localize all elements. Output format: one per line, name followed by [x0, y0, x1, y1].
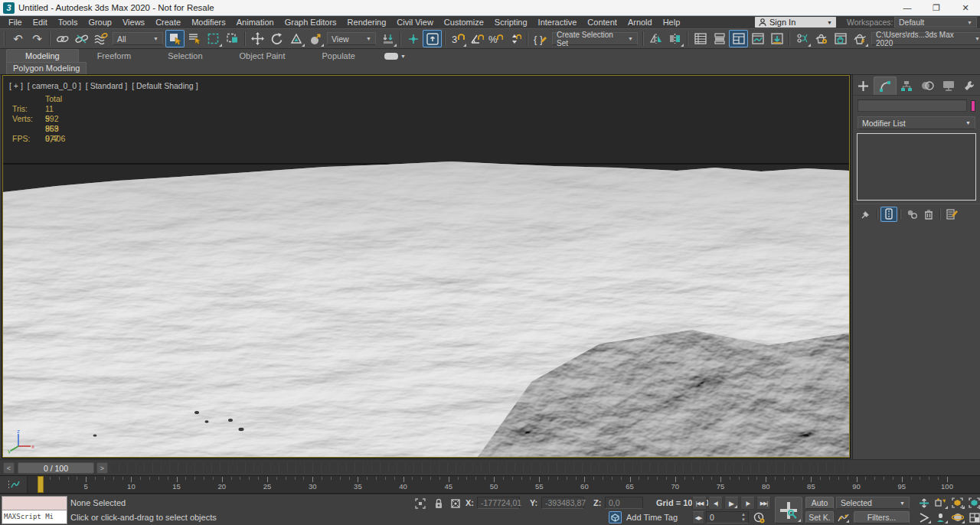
toggle-scene-explorer-button[interactable] — [691, 30, 710, 47]
menu-scripting[interactable]: Scripting — [489, 16, 533, 28]
reference-coordinate-dropdown[interactable]: View ▼ — [327, 32, 376, 45]
create-selection-set-dropdown[interactable]: Create Selection Set ▼ — [552, 32, 638, 45]
window-crossing-toggle-button[interactable] — [223, 30, 242, 47]
timeline-prev-button[interactable]: < — [3, 462, 15, 474]
ribbon-tab-populate[interactable]: Populate — [303, 50, 373, 62]
pan-view-button[interactable] — [933, 510, 949, 524]
maximize-button[interactable]: ❐ — [922, 0, 951, 15]
object-color-swatch[interactable] — [971, 100, 975, 112]
menu-modifiers[interactable]: Modifiers — [186, 16, 231, 28]
object-name-field[interactable] — [858, 99, 967, 112]
track-bar-ruler[interactable]: 5101520253035404550556065707580859095100 — [28, 476, 980, 493]
rectangular-selection-region-button[interactable] — [204, 30, 223, 47]
menu-content[interactable]: Content — [582, 16, 622, 28]
menu-rendering[interactable]: Rendering — [342, 16, 392, 28]
ribbon-tab-freeform[interactable]: Freeform — [79, 50, 150, 62]
select-and-rotate-button[interactable] — [267, 30, 286, 47]
remove-modifier-button[interactable] — [920, 207, 937, 222]
zoom-extents-all-button[interactable] — [966, 496, 980, 510]
schematic-view-button[interactable] — [767, 30, 786, 47]
time-configuration-button[interactable] — [752, 511, 766, 523]
undo-button[interactable]: ↶ — [8, 30, 28, 47]
z-coord-field[interactable]: 0,0 — [605, 497, 643, 509]
minimize-button[interactable]: — — [893, 0, 922, 15]
zoom-button[interactable] — [916, 496, 932, 510]
material-editor-button[interactable] — [792, 30, 812, 47]
bind-to-space-warp-icon[interactable] — [91, 30, 110, 47]
key-filter-selection-dropdown[interactable]: Selected ▼ — [836, 497, 910, 509]
selection-filter-dropdown[interactable]: All ▼ — [113, 32, 163, 45]
key-mode-toggle[interactable]: ◀▶ — [692, 511, 704, 524]
snaps-toggle-3d-button[interactable]: 3 — [448, 30, 467, 47]
tab-hierarchy[interactable] — [897, 77, 917, 95]
toggle-ribbon-button[interactable] — [729, 30, 748, 47]
frame-spinner[interactable]: ▲▼ — [741, 512, 746, 523]
next-frame-button[interactable]: |▶ — [740, 497, 755, 510]
viewport-menu-shading[interactable]: [ Default Shading ] — [132, 81, 198, 90]
keyboard-shortcut-override-toggle[interactable] — [423, 30, 442, 47]
menu-graph-editors[interactable]: Graph Editors — [279, 16, 342, 28]
menu-arnold[interactable]: Arnold — [622, 16, 658, 28]
render-setup-button[interactable] — [812, 30, 831, 47]
menu-animation[interactable]: Animation — [231, 16, 279, 28]
field-of-view-button[interactable] — [916, 510, 932, 524]
go-to-start-button[interactable]: |◀◀ — [692, 497, 707, 510]
absolute-relative-coord-toggle[interactable] — [449, 497, 462, 510]
rendered-frame-window-button[interactable] — [831, 30, 850, 47]
menu-create[interactable]: Create — [150, 16, 186, 28]
spinner-snap-toggle-button[interactable] — [505, 30, 524, 47]
add-time-tag[interactable]: Add Time Tag — [626, 513, 678, 522]
previous-frame-button[interactable]: ◀| — [708, 497, 723, 510]
make-unique-button[interactable] — [903, 207, 920, 222]
polygon-modeling-panel-tab[interactable]: Polygon Modeling — [6, 62, 87, 74]
orbit-button[interactable] — [949, 510, 965, 524]
use-pivot-point-center-button[interactable] — [378, 30, 397, 47]
viewport[interactable]: [ + ] [ camera_0_0 ] [ Standard ] [ Defa… — [2, 75, 850, 458]
ribbon-tab-modeling[interactable]: Modeling — [6, 49, 79, 62]
sign-in-button[interactable]: Sign In ▼ — [755, 17, 836, 28]
modifier-stack[interactable] — [857, 133, 976, 201]
menu-tools[interactable]: Tools — [53, 16, 83, 28]
menu-views[interactable]: Views — [117, 16, 150, 28]
select-and-move-button[interactable] — [248, 30, 267, 47]
ribbon-minimize-button[interactable]: ▼ — [384, 53, 406, 62]
edit-named-selection-sets-button[interactable]: { } — [531, 30, 550, 47]
isolate-selection-toggle[interactable] — [413, 497, 427, 510]
select-and-scale-button[interactable] — [286, 30, 305, 47]
close-button[interactable]: ✕ — [951, 0, 980, 15]
menu-file[interactable]: File — [3, 16, 28, 28]
maximize-viewport-toggle[interactable] — [966, 510, 980, 524]
track-bar-time-slider[interactable] — [38, 476, 44, 493]
modifier-list-dropdown[interactable]: Modifier List ▼ — [858, 116, 975, 129]
tab-motion[interactable] — [917, 77, 938, 95]
listener-macro-line[interactable] — [2, 497, 67, 510]
render-production-button[interactable] — [850, 30, 869, 47]
curve-editor-button[interactable] — [748, 30, 767, 47]
time-slider-track[interactable] — [111, 462, 848, 473]
maxscript-mini-listener[interactable]: MAXScript Mi — [2, 496, 67, 524]
open-mini-curve-editor-button[interactable] — [0, 476, 28, 493]
viewport-menu-renderer[interactable]: [ Standard ] — [86, 81, 127, 90]
x-coord-field[interactable]: -177724,01 — [477, 497, 520, 509]
unlink-selection-icon[interactable] — [72, 30, 91, 47]
select-and-place-button[interactable] — [305, 30, 325, 47]
menu-group[interactable]: Group — [83, 16, 117, 28]
menu-interactive[interactable]: Interactive — [533, 16, 583, 28]
set-key-button[interactable]: Set K. — [805, 511, 834, 523]
pin-stack-button[interactable] — [858, 207, 874, 222]
toggle-layer-explorer-button[interactable] — [710, 30, 729, 47]
show-end-result-button[interactable] — [880, 207, 897, 222]
go-to-end-button[interactable]: ▶▶| — [756, 497, 771, 510]
workspace-dropdown[interactable]: Default ▼ — [894, 17, 977, 28]
time-tag-icon[interactable] — [609, 511, 622, 523]
select-and-manipulate-button[interactable] — [403, 30, 423, 47]
timeline-next-button[interactable]: > — [96, 462, 108, 474]
tab-modify[interactable] — [874, 77, 896, 95]
configure-modifier-sets-button[interactable] — [943, 207, 960, 222]
viewport-menu-general[interactable]: [ + ] — [9, 81, 23, 90]
track-bar[interactable]: 5101520253035404550556065707580859095100 — [0, 475, 980, 494]
redo-button[interactable]: ↷ — [28, 30, 47, 47]
zoom-all-button[interactable] — [933, 496, 949, 510]
project-folder-dropdown[interactable]: C:\Users\rds...3ds Max 2020 ▼ — [871, 32, 980, 45]
angle-snap-toggle-button[interactable] — [467, 30, 486, 47]
